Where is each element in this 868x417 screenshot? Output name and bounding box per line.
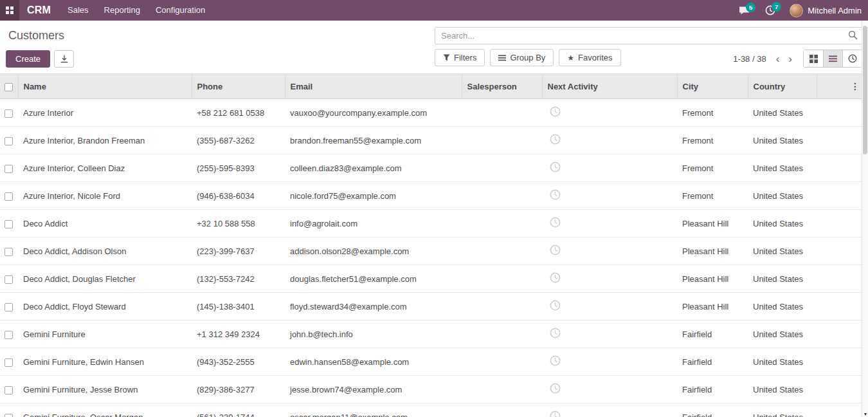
menu-configuration[interactable]: Configuration	[148, 0, 213, 21]
cell-salesperson[interactable]	[462, 376, 542, 403]
cell-name[interactable]: Deco Addict, Addison Olson	[18, 237, 192, 265]
apps-menu-button[interactable]	[0, 0, 19, 21]
cell-email[interactable]: nicole.ford75@example.com	[285, 182, 462, 210]
row-checkbox[interactable]	[5, 303, 13, 311]
cell-name[interactable]: Gemini Furniture, Edwin Hansen	[18, 348, 192, 376]
row-checkbox[interactable]	[5, 109, 13, 118]
pager-next-button[interactable]: ›	[784, 53, 797, 64]
cell-next-activity[interactable]	[542, 403, 677, 417]
cell-phone[interactable]: (829)-386-3277	[192, 376, 285, 403]
row-checkbox[interactable]	[5, 137, 13, 145]
row-checkbox[interactable]	[5, 220, 13, 228]
cell-country[interactable]: United States	[748, 320, 817, 348]
cell-country[interactable]: United States	[748, 154, 817, 182]
cell-salesperson[interactable]	[462, 348, 542, 376]
cell-phone[interactable]: (561)-239-1744	[192, 403, 285, 417]
cell-email[interactable]: info@agrolait.com	[285, 210, 462, 237]
cell-city[interactable]: Fremont	[677, 99, 748, 127]
cell-city[interactable]: Pleasant Hill	[677, 265, 748, 293]
messages-button[interactable]: 5	[739, 6, 750, 15]
kanban-view-button[interactable]	[804, 50, 823, 67]
activity-clock-icon[interactable]	[550, 245, 561, 255]
cell-city[interactable]: Fremont	[677, 182, 748, 210]
activity-clock-icon[interactable]	[550, 106, 561, 117]
cell-next-activity[interactable]	[542, 320, 677, 348]
cell-next-activity[interactable]	[542, 182, 677, 210]
cell-phone[interactable]: (132)-553-7242	[192, 265, 285, 293]
table-row[interactable]: Deco Addict, Addison Olson(223)-399-7637…	[0, 237, 868, 265]
cell-city[interactable]: Fairfield	[677, 376, 748, 403]
cell-salesperson[interactable]	[462, 320, 542, 348]
row-checkbox[interactable]	[5, 386, 13, 394]
row-checkbox[interactable]	[5, 331, 13, 339]
scrollbar-thumb[interactable]	[863, 26, 867, 154]
cell-phone[interactable]: +1 312 349 2324	[192, 320, 285, 348]
cell-name[interactable]: Azure Interior	[18, 99, 192, 127]
cell-salesperson[interactable]	[462, 265, 542, 293]
search-input[interactable]	[435, 27, 862, 44]
cell-salesperson[interactable]	[462, 210, 542, 237]
cell-next-activity[interactable]	[542, 293, 677, 320]
row-checkbox[interactable]	[5, 248, 13, 256]
filters-button[interactable]: Filters	[435, 49, 485, 66]
create-button[interactable]: Create	[6, 50, 50, 68]
cell-salesperson[interactable]	[462, 293, 542, 320]
column-header-city[interactable]: City	[677, 74, 748, 99]
table-row[interactable]: Gemini Furniture, Jesse Brown(829)-386-3…	[0, 376, 868, 403]
cell-city[interactable]: Fairfield	[677, 403, 748, 417]
cell-email[interactable]: jesse.brown74@example.com	[285, 376, 462, 403]
cell-name[interactable]: Gemini Furniture, Oscar Morgan	[18, 403, 192, 417]
table-row[interactable]: Deco Addict+32 10 588 558info@agrolait.c…	[0, 210, 868, 237]
scrollbar-down-arrow[interactable]: ▼	[862, 412, 868, 416]
cell-phone[interactable]: (943)-352-2555	[192, 348, 285, 376]
column-header-email[interactable]: Email	[285, 74, 462, 99]
cell-email[interactable]: john.b@tech.info	[285, 320, 462, 348]
table-row[interactable]: Deco Addict, Floyd Steward(145)-138-3401…	[0, 293, 868, 320]
activity-view-button[interactable]	[842, 50, 862, 67]
cell-country[interactable]: United States	[748, 127, 817, 154]
cell-email[interactable]: floyd.steward34@example.com	[285, 293, 462, 320]
row-checkbox[interactable]	[5, 358, 13, 367]
activity-clock-icon[interactable]	[550, 355, 561, 366]
table-row[interactable]: Azure Interior, Brandon Freeman(355)-687…	[0, 127, 868, 154]
table-row[interactable]: Gemini Furniture+1 312 349 2324john.b@te…	[0, 320, 868, 348]
cell-email[interactable]: edwin.hansen58@example.com	[285, 348, 462, 376]
cell-salesperson[interactable]	[462, 154, 542, 182]
cell-next-activity[interactable]	[542, 265, 677, 293]
pager-previous-button[interactable]: ‹	[772, 53, 784, 64]
cell-country[interactable]: United States	[748, 99, 817, 127]
row-checkbox[interactable]	[5, 192, 13, 201]
cell-next-activity[interactable]	[542, 210, 677, 237]
cell-name[interactable]: Deco Addict, Douglas Fletcher	[18, 265, 192, 293]
list-view-button[interactable]	[823, 50, 842, 67]
cell-country[interactable]: United States	[748, 237, 817, 265]
search-icon[interactable]	[848, 30, 858, 40]
cell-name[interactable]: Deco Addict	[18, 210, 192, 237]
row-checkbox[interactable]	[5, 275, 13, 284]
activity-clock-icon[interactable]	[550, 162, 561, 172]
cell-salesperson[interactable]	[462, 403, 542, 417]
cell-next-activity[interactable]	[542, 99, 677, 127]
cell-country[interactable]: United States	[748, 348, 817, 376]
cell-name[interactable]: Gemini Furniture, Jesse Brown	[18, 376, 192, 403]
cell-city[interactable]: Fremont	[677, 127, 748, 154]
column-header-name[interactable]: Name	[18, 74, 192, 99]
cell-phone[interactable]: (946)-638-6034	[192, 182, 285, 210]
cell-phone[interactable]: (223)-399-7637	[192, 237, 285, 265]
cell-next-activity[interactable]	[542, 237, 677, 265]
optional-columns-toggle[interactable]: ⋮	[847, 81, 863, 91]
column-header-phone[interactable]: Phone	[192, 74, 285, 99]
activity-clock-icon[interactable]	[550, 272, 561, 283]
cell-phone[interactable]: (355)-687-3262	[192, 127, 285, 154]
column-header-next-activity[interactable]: Next Activity	[542, 74, 677, 99]
activity-clock-icon[interactable]	[550, 383, 561, 394]
cell-country[interactable]: United States	[748, 182, 817, 210]
cell-email[interactable]: brandon.freeman55@example.com	[285, 127, 462, 154]
menu-reporting[interactable]: Reporting	[96, 0, 148, 21]
cell-email[interactable]: douglas.fletcher51@example.com	[285, 265, 462, 293]
cell-country[interactable]: United States	[748, 265, 817, 293]
activity-clock-icon[interactable]	[550, 411, 561, 417]
group-by-button[interactable]: Group By	[490, 49, 554, 66]
activity-clock-icon[interactable]	[550, 189, 561, 200]
cell-city[interactable]: Fremont	[677, 154, 748, 182]
